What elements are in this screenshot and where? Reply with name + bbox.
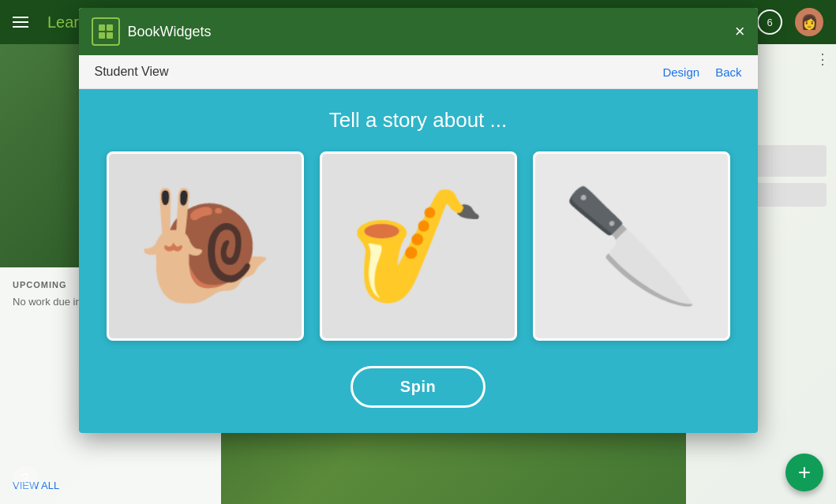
spin-button[interactable]: Spin (351, 366, 485, 408)
svg-rect-3 (107, 32, 113, 39)
svg-rect-0 (99, 24, 105, 31)
svg-rect-2 (99, 32, 105, 39)
story-prompt-title: Tell a story about ... (95, 108, 742, 133)
modal-logo-text: BookWidgets (128, 24, 212, 40)
logo-svg (97, 23, 114, 40)
knife-emoji: 🔪 (562, 191, 700, 301)
modal-body: Tell a story about ... 🐌 🎷 🔪 Spin (79, 89, 758, 433)
student-view-title: Student View (95, 65, 169, 79)
bookwidgets-modal: BookWidgets × Student View Design Back T… (79, 8, 758, 433)
modal-overlay: BookWidgets × Student View Design Back T… (0, 0, 836, 504)
modal-subheader-links: Design Back (662, 65, 741, 79)
back-link[interactable]: Back (715, 65, 741, 79)
spin-button-container: Spin (95, 366, 742, 408)
design-link[interactable]: Design (662, 65, 699, 79)
card-snail[interactable]: 🐌 (107, 151, 304, 341)
bookwidgets-logo-icon (92, 17, 120, 46)
svg-rect-1 (107, 24, 113, 31)
card-knife[interactable]: 🔪 (533, 151, 730, 341)
snail-emoji: 🐌 (136, 191, 274, 301)
modal-logo: BookWidgets (92, 17, 212, 46)
card-saxophone[interactable]: 🎷 (320, 151, 517, 341)
image-cards-grid: 🐌 🎷 🔪 (95, 151, 742, 341)
modal-subheader: Student View Design Back (79, 55, 758, 89)
saxophone-emoji: 🎷 (349, 191, 487, 301)
modal-close-button[interactable]: × (735, 23, 745, 40)
modal-header: BookWidgets × (79, 8, 758, 55)
